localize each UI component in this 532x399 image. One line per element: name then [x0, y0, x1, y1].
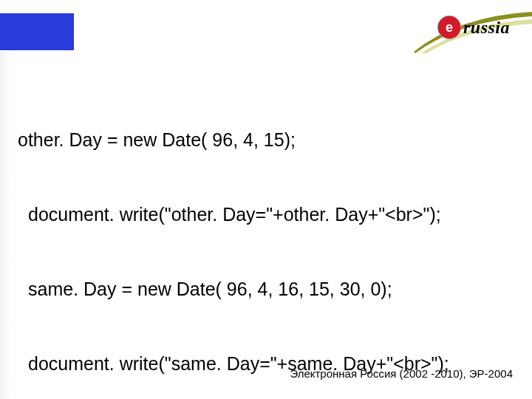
header-accents: e russia [0, 0, 532, 59]
code-block: other. Day = new Date( 96, 4, 15); docum… [18, 78, 514, 399]
footer-caption: Электронная Россия (2002 -2010), ЭР-2004 [290, 367, 513, 380]
blue-accent-box [0, 13, 74, 50]
logo-medal-icon: e [438, 16, 460, 38]
slide-root: e russia other. Day = new Date( 96, 4, 1… [0, 0, 532, 399]
code-line: same. Day = new Date( 96, 4, 16, 15, 30,… [18, 277, 514, 302]
left-shadow-rail [0, 52, 10, 399]
code-line: other. Day = new Date( 96, 4, 15); [18, 128, 514, 153]
code-line: document. write("other. Day="+other. Day… [18, 202, 514, 228]
logo-text: russia [463, 18, 510, 38]
brand-logo: e russia [438, 16, 510, 38]
